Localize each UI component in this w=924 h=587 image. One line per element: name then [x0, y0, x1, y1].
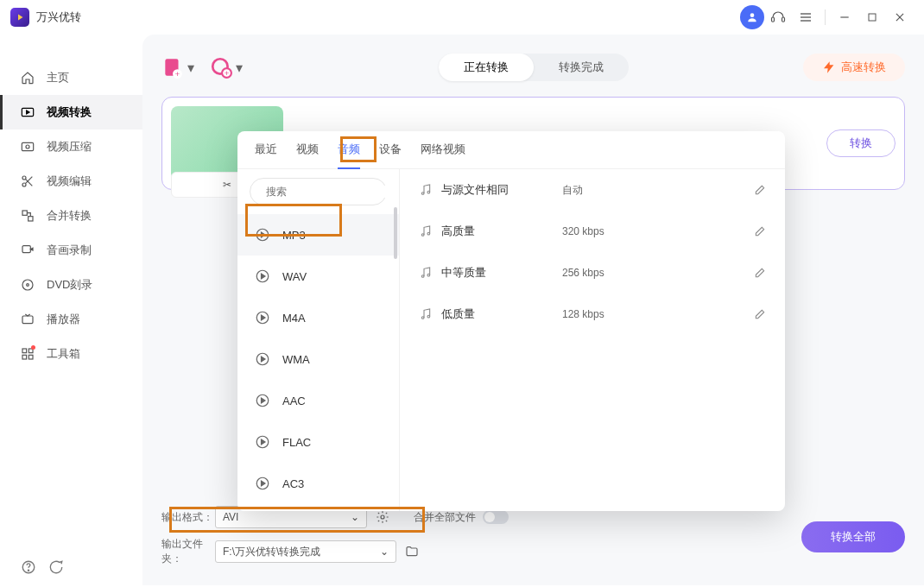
minimize-button[interactable] — [832, 5, 857, 29]
record-icon — [21, 243, 36, 257]
svg-point-51 — [421, 317, 424, 319]
help-icon[interactable] — [21, 559, 36, 575]
output-folder-field[interactable]: F:\万兴优转\转换完成 ⌄ — [215, 540, 396, 563]
tab-converting[interactable]: 正在转换 — [439, 54, 534, 81]
quality-item[interactable]: 中等质量256 kbps — [400, 252, 785, 294]
svg-point-12 — [26, 145, 29, 148]
menu-icon[interactable] — [794, 5, 818, 29]
close-button[interactable] — [888, 5, 912, 29]
dd-tab-device[interactable]: 设备 — [379, 131, 402, 169]
output-format-label: 输出格式： — [161, 510, 215, 525]
user-avatar-button[interactable] — [740, 5, 764, 29]
chevron-down-icon: ⌄ — [351, 511, 359, 523]
compress-icon — [21, 140, 36, 154]
chevron-down-icon: ▾ — [236, 60, 243, 76]
audio-format-icon — [255, 227, 272, 243]
sidebar-item-record[interactable]: 音画录制 — [0, 233, 142, 268]
audio-format-icon — [255, 268, 272, 284]
sidebar-item-home[interactable]: 主页 — [0, 60, 142, 95]
svg-point-46 — [427, 191, 430, 193]
svg-point-45 — [421, 193, 424, 195]
svg-rect-26 — [28, 355, 33, 359]
maximize-button[interactable] — [860, 5, 884, 29]
quality-item[interactable]: 高质量320 kbps — [400, 211, 785, 252]
audio-format-icon — [255, 476, 272, 491]
format-item-ac3[interactable]: AC3 — [237, 463, 399, 504]
format-item-aac[interactable]: AAC — [237, 380, 399, 421]
quality-item[interactable]: 低质量128 kbps — [400, 294, 785, 335]
tab-done[interactable]: 转换完成 — [534, 54, 629, 81]
open-folder-icon[interactable] — [405, 545, 419, 559]
merge-icon — [21, 209, 36, 223]
edit-icon[interactable] — [754, 308, 766, 320]
chevron-down-icon: ▾ — [187, 60, 194, 76]
format-item-mp3[interactable]: MP3 — [237, 214, 399, 256]
output-format-value: AVI — [223, 511, 238, 523]
convert-all-button[interactable]: 转换全部 — [801, 521, 905, 552]
fast-convert-label: 高速转换 — [841, 60, 886, 75]
format-item-m4a[interactable]: M4A — [237, 297, 399, 338]
tv-icon — [21, 312, 36, 326]
add-url-button[interactable]: + ▾ — [210, 56, 243, 79]
add-file-button[interactable]: + ▾ — [161, 56, 194, 79]
dd-tab-web[interactable]: 网络视频 — [421, 131, 465, 169]
merge-all-toggle[interactable]: 合并全部文件 — [414, 510, 509, 525]
feedback-icon[interactable] — [48, 559, 64, 575]
sidebar-item-label: DVD刻录 — [47, 277, 92, 293]
sidebar-item-toolbox[interactable]: 工具箱 — [0, 337, 142, 371]
svg-text:+: + — [175, 69, 180, 79]
svg-point-48 — [427, 232, 430, 235]
format-item-wav[interactable]: WAV — [237, 256, 399, 297]
svg-rect-18 — [28, 217, 33, 221]
svg-point-20 — [22, 280, 33, 290]
dd-tab-recent[interactable]: 最近 — [255, 131, 277, 169]
svg-rect-7 — [869, 14, 876, 21]
dd-tab-audio[interactable]: 音频 — [338, 131, 360, 169]
format-item-flac[interactable]: FLAC — [237, 421, 399, 463]
edit-icon[interactable] — [754, 267, 766, 279]
disc-icon — [21, 278, 36, 292]
audio-format-icon — [255, 351, 272, 367]
svg-point-21 — [27, 284, 29, 287]
music-note-icon — [419, 307, 441, 321]
format-search[interactable] — [250, 178, 387, 205]
svg-rect-23 — [22, 349, 27, 353]
cut-icon[interactable]: ✂ — [223, 179, 231, 191]
merge-label: 合并全部文件 — [414, 510, 476, 525]
svg-rect-25 — [22, 355, 27, 359]
quality-item[interactable]: 与源文件相同自动 — [400, 169, 785, 211]
svg-rect-17 — [22, 211, 27, 215]
convert-button[interactable]: 转换 — [826, 129, 896, 157]
sidebar-item-video-compress[interactable]: 视频压缩 — [0, 129, 142, 164]
edit-icon[interactable] — [754, 184, 766, 196]
svg-text:+: + — [225, 68, 230, 78]
sidebar-item-video-convert[interactable]: 视频转换 — [0, 95, 142, 129]
svg-rect-2 — [782, 17, 785, 22]
settings-icon[interactable] — [376, 510, 389, 524]
sidebar: 主页 视频转换 视频压缩 视频编辑 合并转换 音画录制 DVD刻录 播放器 工具… — [0, 35, 142, 585]
quality-list-panel: 与源文件相同自动高质量320 kbps中等质量256 kbps低质量128 kb… — [400, 169, 785, 511]
fast-convert-button[interactable]: 高速转换 — [803, 54, 905, 81]
sidebar-item-dvd[interactable]: DVD刻录 — [0, 268, 142, 302]
support-icon[interactable] — [766, 5, 790, 29]
svg-rect-19 — [22, 246, 30, 253]
sidebar-item-video-edit[interactable]: 视频编辑 — [0, 164, 142, 199]
svg-point-14 — [22, 183, 26, 186]
sidebar-item-label: 工具箱 — [47, 346, 80, 362]
output-folder-label: 输出文件夹： — [161, 537, 215, 566]
scissors-icon — [21, 174, 36, 188]
format-dropdown-panel: 最近 视频 音频 设备 网络视频 MP3WAVM4AWMAAACFLACAC3 … — [237, 131, 785, 511]
dd-tab-video[interactable]: 视频 — [296, 131, 319, 169]
sidebar-item-player[interactable]: 播放器 — [0, 302, 142, 337]
sidebar-item-label: 视频编辑 — [47, 174, 92, 189]
toggle-switch[interactable] — [483, 510, 509, 524]
video-convert-icon — [21, 105, 36, 119]
sidebar-item-label: 播放器 — [47, 312, 80, 327]
sidebar-item-label: 视频压缩 — [47, 139, 92, 155]
format-scrollbar[interactable] — [394, 207, 397, 259]
svg-point-52 — [427, 315, 430, 318]
sidebar-item-merge[interactable]: 合并转换 — [0, 199, 142, 233]
edit-icon[interactable] — [754, 225, 766, 237]
format-item-wma[interactable]: WMA — [237, 338, 399, 380]
format-search-input[interactable] — [266, 186, 396, 198]
